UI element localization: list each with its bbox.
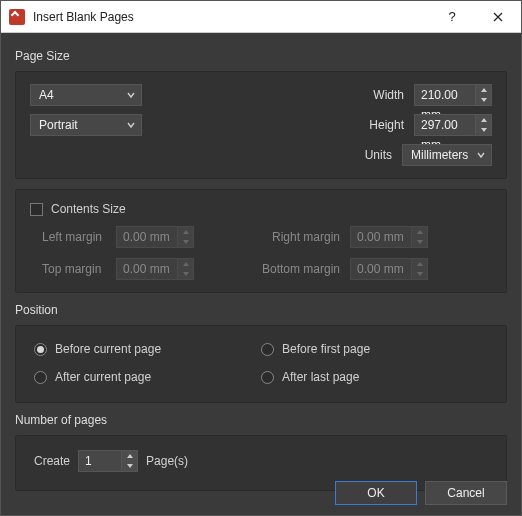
position-group: Before current page Before first page Af… [15, 325, 507, 403]
create-label: Create [34, 454, 70, 468]
bottom-margin-label: Bottom margin [250, 262, 350, 276]
height-input[interactable]: 297.00 mm [414, 114, 476, 136]
top-margin-label: Top margin [30, 262, 116, 276]
width-label: Width [354, 88, 404, 102]
dialog-title: Insert Blank Pages [33, 10, 429, 24]
height-label: Height [354, 118, 404, 132]
cancel-button[interactable]: Cancel [425, 481, 507, 505]
radio-before-first[interactable]: Before first page [261, 342, 488, 356]
radio-label: After current page [55, 370, 151, 384]
orientation-select[interactable]: Portrait [30, 114, 142, 136]
pages-suffix: Page(s) [146, 454, 188, 468]
left-margin-input: 0.00 mm [116, 226, 178, 248]
top-margin-input: 0.00 mm [116, 258, 178, 280]
ok-button[interactable]: OK [335, 481, 417, 505]
dialog-window: Insert Blank Pages ? Page Size A4 Width … [0, 0, 522, 516]
titlebar: Insert Blank Pages ? [1, 1, 521, 33]
bottom-margin-spinner [412, 258, 428, 280]
orientation-value: Portrait [39, 118, 78, 132]
radio-before-current[interactable]: Before current page [34, 342, 261, 356]
contents-size-group: Contents Size Left margin 0.00 mm Right … [15, 189, 507, 293]
right-margin-label: Right margin [250, 230, 350, 244]
paper-size-value: A4 [39, 88, 54, 102]
chevron-down-icon [127, 91, 135, 99]
radio-label: Before current page [55, 342, 161, 356]
num-pages-input[interactable]: 1 [78, 450, 122, 472]
top-margin-spinner [178, 258, 194, 280]
radio-after-last[interactable]: After last page [261, 370, 488, 384]
contents-size-checkbox[interactable] [30, 203, 43, 216]
contents-size-label: Contents Size [51, 202, 126, 216]
right-margin-input: 0.00 mm [350, 226, 412, 248]
dialog-footer: OK Cancel [335, 481, 507, 505]
units-value: Millimeters [411, 148, 468, 162]
close-button[interactable] [475, 1, 521, 33]
units-label: Units [350, 148, 392, 162]
app-icon [9, 9, 25, 25]
radio-after-current[interactable]: After current page [34, 370, 261, 384]
page-size-label: Page Size [15, 49, 507, 63]
radio-label: After last page [282, 370, 359, 384]
height-spinner[interactable] [476, 114, 492, 136]
chevron-down-icon [477, 151, 485, 159]
left-margin-label: Left margin [30, 230, 116, 244]
paper-size-select[interactable]: A4 [30, 84, 142, 106]
position-label: Position [15, 303, 507, 317]
num-pages-label: Number of pages [15, 413, 507, 427]
units-select[interactable]: Millimeters [402, 144, 492, 166]
width-input[interactable]: 210.00 mm [414, 84, 476, 106]
left-margin-spinner [178, 226, 194, 248]
help-button[interactable]: ? [429, 1, 475, 33]
page-size-group: A4 Width 210.00 mm Portrait [15, 71, 507, 179]
dialog-body: Page Size A4 Width 210.00 mm [1, 33, 521, 515]
radio-icon [34, 371, 47, 384]
radio-icon [261, 343, 274, 356]
radio-label: Before first page [282, 342, 370, 356]
chevron-down-icon [127, 121, 135, 129]
num-pages-spinner[interactable] [122, 450, 138, 472]
bottom-margin-input: 0.00 mm [350, 258, 412, 280]
radio-icon [261, 371, 274, 384]
radio-icon [34, 343, 47, 356]
right-margin-spinner [412, 226, 428, 248]
width-spinner[interactable] [476, 84, 492, 106]
